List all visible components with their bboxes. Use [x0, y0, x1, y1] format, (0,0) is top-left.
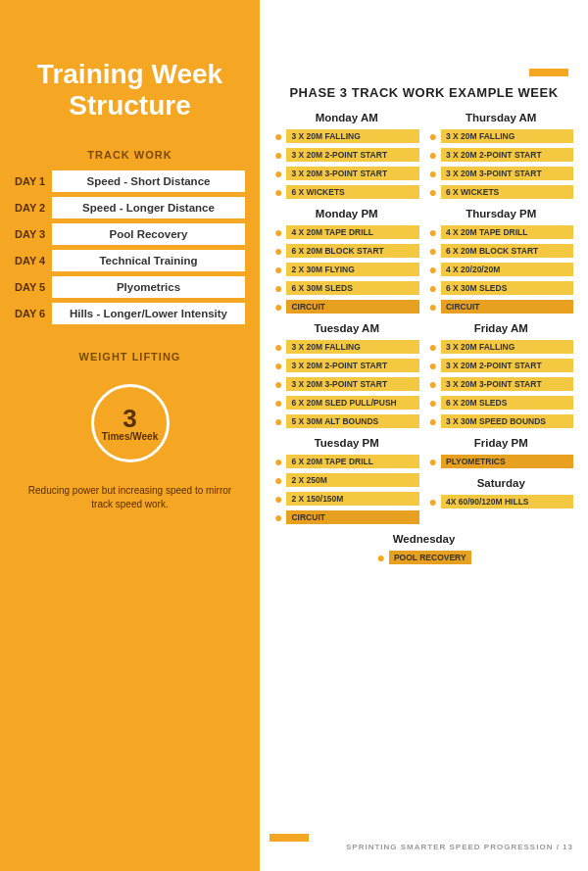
- weight-lifting-label: WEIGHT LIFTING: [79, 351, 181, 363]
- bullet-icon: ●: [274, 243, 282, 259]
- workout-item: ●CIRCUIT: [274, 509, 419, 525]
- workout-item: ●4 X 20M TAPE DRILL: [429, 224, 574, 240]
- circle-number: 3: [122, 406, 136, 431]
- workout-item: ●6 X 20M TAPE DRILL: [274, 454, 419, 469]
- bullet-icon: ●: [274, 358, 282, 373]
- bullet-icon: ●: [429, 243, 437, 259]
- day-section-header: Tuesday AM: [274, 322, 419, 334]
- workout-tag: 3 X 20M 3-POINT START: [441, 377, 573, 391]
- column-right: Thursday AM●3 X 20M FALLING●3 X 20M 2-PO…: [429, 112, 574, 533]
- bullet-icon: ●: [429, 299, 437, 315]
- workout-tag: 3 X 20M 2-POINT START: [441, 148, 573, 162]
- workout-item: ●2 X 30M FLYING: [274, 262, 419, 277]
- page-footer: SPRINTING SMARTER SPEED PROGRESSION / 13: [346, 843, 573, 851]
- workout-item: ●6 X 30M SLEDS: [274, 280, 419, 296]
- day-rows: DAY 1Speed - Short DistanceDAY 2Speed - …: [15, 170, 245, 329]
- day-row: DAY 5Plyometrics: [15, 276, 245, 298]
- workout-tag: 6 X 30M SLEDS: [286, 281, 418, 295]
- workout-tag: 6 X 20M SLED PULL/PUSH: [286, 396, 418, 410]
- workout-item: ●3 X 20M 2-POINT START: [429, 358, 574, 373]
- workout-item: ●6 X 20M SLEDS: [429, 395, 574, 411]
- day-label: DAY 4: [15, 255, 52, 266]
- workout-tag: 3 X 20M FALLING: [286, 129, 418, 143]
- day-item: Hills - Longer/Lower Intensity: [52, 303, 245, 324]
- bullet-icon: ●: [274, 147, 282, 163]
- workout-item: ●4 X 20/20/20M: [429, 262, 574, 277]
- sidebar: Training Week Structure TRACK WORK DAY 1…: [0, 0, 260, 871]
- bullet-icon: ●: [274, 280, 282, 296]
- bullet-icon: ●: [429, 376, 437, 392]
- day-section: Thursday AM●3 X 20M FALLING●3 X 20M 2-PO…: [429, 112, 574, 200]
- workout-item: ●3 X 20M 2-POINT START: [274, 358, 419, 373]
- bullet-icon: ●: [429, 358, 437, 373]
- bullet-icon: ●: [274, 509, 282, 525]
- bullet-icon: ●: [274, 224, 282, 240]
- bullet-icon: ●: [429, 147, 437, 163]
- bullet-icon: ●: [274, 128, 282, 144]
- workout-item: ●3 X 20M FALLING: [429, 339, 574, 355]
- workout-tag: 4 X 20/20/20M: [441, 263, 573, 276]
- workout-item: ●6 X 30M SLEDS: [429, 280, 574, 296]
- day-label: DAY 3: [15, 228, 52, 240]
- day-label: DAY 1: [15, 175, 52, 187]
- workout-tag: 3 X 20M FALLING: [441, 129, 573, 143]
- bullet-icon: ●: [274, 413, 282, 429]
- column-left: Monday AM●3 X 20M FALLING●3 X 20M 2-POIN…: [274, 112, 419, 533]
- main-content: PHASE 3 TRACK WORK EXAMPLE WEEK Monday A…: [260, 0, 588, 871]
- day-row: DAY 6Hills - Longer/Lower Intensity: [15, 303, 245, 324]
- workout-item: ●6 X 20M SLED PULL/PUSH: [274, 395, 419, 411]
- day-section-header: Thursday AM: [429, 112, 574, 123]
- bullet-icon: ●: [274, 454, 282, 469]
- workout-tag: 3 X 20M 3-POINT START: [286, 167, 418, 180]
- circle-badge: 3 Times/Week: [91, 384, 170, 462]
- day-label: DAY 5: [15, 281, 52, 293]
- wednesday-row: Wednesday●POOL RECOVERY: [274, 533, 573, 568]
- bullet-icon: ●: [274, 395, 282, 411]
- bullet-icon: ●: [429, 184, 437, 200]
- bullet-icon: ●: [274, 472, 282, 488]
- workout-tag: 6 X WICKETS: [286, 185, 418, 199]
- workout-item: ●3 X 20M 2-POINT START: [429, 147, 574, 163]
- workout-tag: PLYOMETRICS: [441, 455, 573, 468]
- day-section-header: Monday AM: [274, 112, 419, 123]
- sidebar-title: Training Week Structure: [15, 59, 245, 121]
- day-section: Friday AM●3 X 20M FALLING●3 X 20M 2-POIN…: [429, 322, 574, 429]
- workout-tag: CIRCUIT: [441, 300, 573, 314]
- day-section: Tuesday AM●3 X 20M FALLING●3 X 20M 2-POI…: [274, 322, 419, 429]
- workout-tag: 4X 60/90/120M HILLS: [441, 495, 573, 508]
- workout-item: ●3 X 20M FALLING: [274, 339, 419, 355]
- bullet-icon: ●: [429, 339, 437, 355]
- day-section-header: Friday PM: [429, 437, 574, 449]
- bullet-icon: ●: [429, 454, 437, 469]
- workout-item: ●CIRCUIT: [429, 299, 574, 315]
- workout-item: ●CIRCUIT: [274, 299, 419, 315]
- day-section-header: Friday AM: [429, 322, 574, 334]
- workout-tag: CIRCUIT: [286, 300, 418, 314]
- workout-item: ●3 X 20M 2-POINT START: [274, 147, 419, 163]
- bullet-icon: ●: [274, 339, 282, 355]
- workout-tag: 5 X 30M ALT BOUNDS: [286, 414, 418, 428]
- day-row: DAY 4Technical Training: [15, 250, 245, 271]
- day-section-header: Saturday: [429, 477, 574, 489]
- weight-section: WEIGHT LIFTING 3 Times/Week Reducing pow…: [15, 351, 245, 511]
- workout-item: ●PLYOMETRICS: [429, 454, 574, 469]
- bullet-icon: ●: [429, 128, 437, 144]
- bullet-icon: ●: [376, 550, 384, 565]
- day-item: Pool Recovery: [52, 223, 245, 245]
- workout-item: ●6 X 20M BLOCK START: [274, 243, 419, 259]
- day-row: DAY 1Speed - Short Distance: [15, 170, 245, 192]
- day-item: Plyometrics: [52, 276, 245, 298]
- workout-tag: 2 X 250M: [286, 473, 418, 487]
- workout-item: ●6 X WICKETS: [429, 184, 574, 200]
- workout-tag: 4 X 20M TAPE DRILL: [441, 225, 573, 239]
- circle-sub: Times/Week: [102, 431, 158, 442]
- workout-item: ●3 X 20M 3-POINT START: [429, 376, 574, 392]
- workout-item: ●3 X 20M FALLING: [274, 128, 419, 144]
- workout-item: ●4 X 20M TAPE DRILL: [274, 224, 419, 240]
- workout-tag: 6 X 30M SLEDS: [441, 281, 573, 295]
- workout-tag: 3 X 20M 3-POINT START: [441, 167, 573, 180]
- bullet-icon: ●: [429, 413, 437, 429]
- day-label: DAY 6: [15, 308, 52, 319]
- sidebar-footer-text: Reducing power but increasing speed to m…: [15, 484, 245, 511]
- day-item: Speed - Longer Distance: [52, 197, 245, 218]
